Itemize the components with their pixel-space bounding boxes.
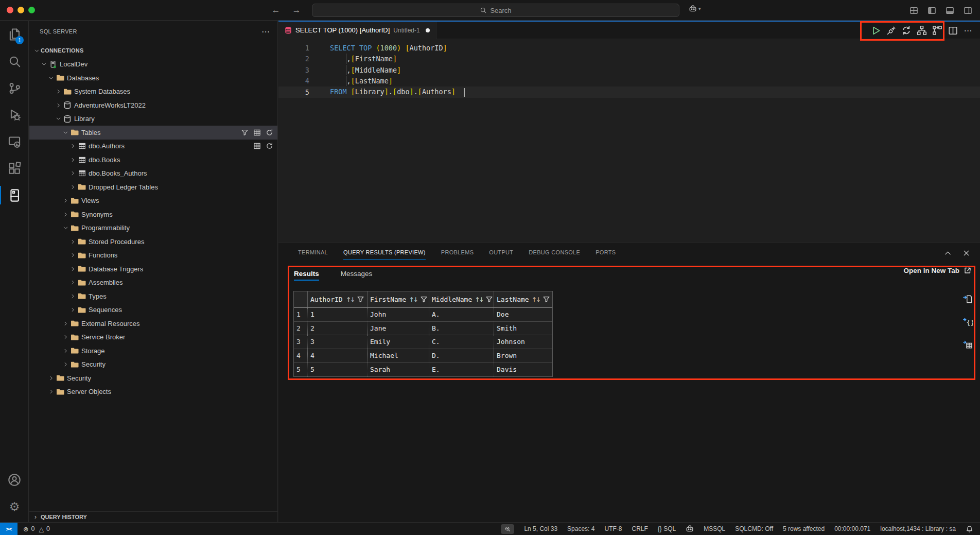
tree-item-sequences[interactable]: Sequences [29,303,277,317]
save-as-csv-icon[interactable] [962,294,974,305]
panel-tab-output[interactable]: OUTPUT [489,243,513,262]
chevron-right-icon[interactable] [61,360,69,369]
status-language-mode[interactable]: {} SQL [658,525,676,532]
more-actions-icon[interactable]: ⋯ [261,27,270,37]
panel-tab-terminal[interactable]: TERMINAL [298,243,328,262]
tree-item-tables[interactable]: Tables [29,126,277,140]
modified-dot-icon[interactable] [426,28,430,32]
chevron-right-icon[interactable] [68,156,77,164]
tree-item-security[interactable]: Security [29,358,277,372]
save-as-json-icon[interactable]: {} [962,317,974,328]
go-forward-icon[interactable]: → [290,4,303,16]
grid-cell[interactable]: 1 [308,308,367,321]
status-connection[interactable]: localhost,1434 : Library : sa [880,525,956,532]
tree-item-database-triggers[interactable]: Database Triggers [29,262,277,276]
run-query-button[interactable] [868,23,883,38]
chevron-right-icon[interactable] [47,374,55,382]
tree-item-dbo-authors[interactable]: dbo.Authors [29,140,277,153]
disconnect-button[interactable] [883,23,899,38]
filter-icon[interactable] [485,296,493,303]
grid-cell[interactable]: Emily [367,335,429,349]
grid-cell[interactable]: Michael [367,349,429,363]
grid-cell[interactable]: Doe [494,308,552,321]
filter-icon[interactable] [357,296,364,303]
grid-cell[interactable]: C. [429,335,494,349]
panel-tab-ports[interactable]: PORTS [596,243,616,262]
activity-run-and-debug-icon[interactable] [0,101,29,128]
grid-cell[interactable]: 4 [308,349,367,363]
tree-item-server-objects[interactable]: Server Objects [29,385,277,399]
chevron-right-icon[interactable] [68,279,77,287]
grid-cell[interactable]: John [367,308,429,321]
toggle-sidebar-right-icon[interactable] [961,4,974,16]
customize-layout-icon[interactable] [907,4,920,16]
panel-tab-debug-console[interactable]: DEBUG CONSOLE [529,243,580,262]
command-center-search[interactable]: Search [312,4,679,17]
chevron-right-icon[interactable] [61,210,69,218]
zoom-window-button[interactable] [28,7,35,13]
chevron-right-icon[interactable] [61,333,69,341]
tree-item-localdev[interactable]: LocalDev [29,58,277,72]
actual-plan-button[interactable] [930,23,945,38]
status-zoom-indicator[interactable] [501,524,514,534]
grid-cell[interactable]: A. [429,308,494,321]
tree-item-stored-procedures[interactable]: Stored Procedures [29,235,277,249]
more-actions-button[interactable]: ⋯ [960,23,976,38]
table-grid-icon[interactable] [253,129,261,136]
chevron-right-icon[interactable] [68,251,77,260]
close-window-button[interactable] [7,7,13,13]
activity-sql-server-icon[interactable] [0,182,29,209]
row-number-cell[interactable]: 4 [294,349,308,363]
tree-item-functions[interactable]: Functions [29,249,277,263]
activity-extensions-icon[interactable] [0,155,29,182]
activity-search-icon[interactable] [0,48,29,75]
code-line-2[interactable]: 2 ,[FirstName] [278,54,980,65]
code-line-4[interactable]: 4 ,[LastName] [278,76,980,87]
filter-icon[interactable] [542,296,550,303]
save-as-excel-icon[interactable] [962,339,974,351]
grid-cell[interactable]: Sarah [367,363,429,376]
tree-item-adventureworkslt2022[interactable]: AdventureWorksLT2022 [29,98,277,112]
results-tab-results[interactable]: Results [294,270,319,284]
open-in-new-tab-button[interactable]: Open in New Tab [903,266,972,274]
code-editor[interactable]: 1SELECT TOP (1000) [AuthorID]2 ,[FirstNa… [278,39,980,242]
status-encoding[interactable]: UTF-8 [604,525,622,532]
close-panel-icon[interactable] [960,247,972,258]
remote-indicator[interactable]: >< [0,523,18,535]
row-number-cell[interactable]: 5 [294,363,308,376]
status-notifications[interactable] [966,525,973,533]
tree-item-security[interactable]: Security [29,371,277,385]
tree-item-types[interactable]: Types [29,289,277,303]
refresh-icon[interactable] [266,129,273,136]
chevron-right-icon[interactable] [68,237,77,246]
activity-settings-icon[interactable]: ⚙ [0,493,29,520]
tree-item-service-broker[interactable]: Service Broker [29,331,277,344]
tree-item-assemblies[interactable]: Assemblies [29,276,277,290]
change-connection-button[interactable] [899,23,914,38]
row-number-cell[interactable]: 3 [294,335,308,349]
status-elapsed-time[interactable]: 00:00:00.071 [834,525,870,532]
tree-item-views[interactable]: Views [29,194,277,208]
table-grid-icon[interactable] [253,142,261,150]
activity-explorer-icon[interactable]: 1 [0,21,29,48]
tree-item-synonyms[interactable]: Synonyms [29,208,277,221]
sort-icon[interactable]: ↑↓ [532,296,541,303]
chevron-down-icon[interactable] [40,60,48,68]
results-tab-messages[interactable]: Messages [341,270,373,284]
toggle-panel-icon[interactable] [943,4,956,16]
tree-item-library[interactable]: Library [29,112,277,126]
row-number-cell[interactable]: 2 [294,322,308,335]
tree-section-connections[interactable]: CONNECTIONS [29,44,277,58]
column-header-firstname[interactable]: FirstName↑↓ [367,291,429,307]
status-sqlcmd-mode[interactable]: SQLCMD: Off [735,525,773,532]
estimated-plan-button[interactable] [914,23,930,38]
column-header-middlename[interactable]: MiddleName↑↓ [429,291,494,307]
code-line-1[interactable]: 1SELECT TOP (1000) [AuthorID] [278,42,980,54]
copilot-menu[interactable]: ▾ [689,5,701,13]
status-rows-affected[interactable]: 5 rows affected [783,525,825,532]
grid-cell[interactable]: Jane [367,322,429,335]
grid-cell[interactable]: 3 [308,335,367,349]
tree-item-programmability[interactable]: Programmability [29,221,277,235]
activity-source-control-icon[interactable] [0,75,29,101]
minimize-window-button[interactable] [18,7,24,13]
